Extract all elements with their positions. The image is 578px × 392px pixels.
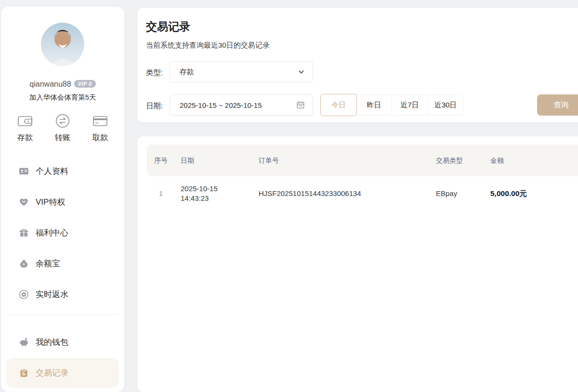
quick-action-transfer[interactable]: 转账 xyxy=(47,113,78,143)
quick-action-withdraw[interactable]: 取款 xyxy=(85,113,116,143)
sidebar-item-transaction-records[interactable]: 交易记录 xyxy=(6,358,119,388)
sidebar-item-my-wallet[interactable]: 我的钱包 xyxy=(1,327,124,357)
join-days-text: 加入华体会体育第5天 xyxy=(1,93,124,102)
profile-sidebar: qianwanu88VIP 0 加入华体会体育第5天 存款 转账 xyxy=(1,7,124,392)
table-header-no: 序号 xyxy=(154,144,168,176)
piggy-bank-icon xyxy=(19,337,29,347)
cell-date-day: 2025-10-15 xyxy=(181,184,218,193)
sidebar-item-vip[interactable]: VIP特权 xyxy=(1,186,124,217)
user-row: qianwanu88VIP 0 xyxy=(1,80,124,89)
sidebar-item-label: 我的钱包 xyxy=(36,337,68,348)
page-subtitle: 当前系统支持查询最近30日的交易记录 xyxy=(146,41,270,50)
range-today-button[interactable]: 今日 xyxy=(321,94,356,116)
transaction-record-icon xyxy=(19,368,29,378)
sidebar-divider xyxy=(8,314,118,315)
wallet-icon xyxy=(17,113,33,129)
table-header-order: 订单号 xyxy=(259,144,279,176)
quick-action-label: 取款 xyxy=(92,132,108,143)
sidebar-item-profile[interactable]: 个人资料 xyxy=(1,156,124,186)
transactions-table-card: 序号 日期 订单号 交易类型 金额 1 2025-10-15 14:43:23 … xyxy=(137,136,578,392)
avatar-image xyxy=(41,23,84,66)
sidebar-item-label: VIP特权 xyxy=(36,196,65,208)
filter-panel: 交易记录 当前系统支持查询最近30日的交易记录 类型: 存款 日期: 2025-… xyxy=(137,8,578,122)
sidebar-nav: 个人资料 VIP特权 福利中心 xyxy=(1,156,124,310)
sidebar-item-welfare[interactable]: 福利中心 xyxy=(1,217,124,248)
table-header-row xyxy=(147,144,578,176)
gift-icon xyxy=(19,228,29,238)
sidebar-item-rebate[interactable]: 实时返水 xyxy=(1,279,124,310)
date-range-input[interactable]: 2025-10-15 ~ 2025-10-15 xyxy=(170,94,313,116)
sidebar-item-label: 交易记录 xyxy=(36,367,68,379)
table-header-amount: 金额 xyxy=(490,144,504,176)
page-title: 交易记录 xyxy=(146,19,190,34)
sidebar-item-label: 实时返水 xyxy=(36,289,68,300)
chevron-down-icon xyxy=(298,68,305,76)
username: qianwanu88 xyxy=(29,80,71,88)
sidebar-item-label: 福利中心 xyxy=(36,227,68,238)
calendar-icon xyxy=(296,101,305,109)
table-header-date: 日期 xyxy=(181,144,194,176)
cell-transaction-type: EBpay xyxy=(436,189,457,197)
date-range-value: 2025-10-15 ~ 2025-10-15 xyxy=(180,101,296,109)
cell-date: 2025-10-15 14:43:23 xyxy=(181,184,218,203)
cell-order-no: HJSF202510151443233006134 xyxy=(259,189,361,197)
range-30days-button[interactable]: 近30日 xyxy=(428,95,463,115)
sidebar-item-label: 个人资料 xyxy=(36,166,68,177)
range-yesterday-button[interactable]: 昨日 xyxy=(356,95,392,115)
quick-actions: 存款 转账 取款 xyxy=(1,113,124,143)
table-header-type: 交易类型 xyxy=(436,144,463,176)
type-select[interactable]: 存款 xyxy=(170,61,313,82)
quick-action-label: 转账 xyxy=(55,132,71,143)
cell-amount: 5,000.00元 xyxy=(490,189,527,199)
vip-heart-icon xyxy=(19,197,29,207)
type-label: 类型: xyxy=(146,68,163,78)
cell-no: 1 xyxy=(154,189,168,197)
bank-card-icon xyxy=(92,113,108,129)
money-bag-icon xyxy=(19,259,29,269)
transfer-icon xyxy=(54,113,71,129)
date-quick-ranges: 今日 昨日 近7日 近30日 xyxy=(321,94,464,116)
id-card-icon xyxy=(19,166,29,176)
vip-badge: VIP 0 xyxy=(74,80,96,88)
quick-action-deposit[interactable]: 存款 xyxy=(10,113,40,143)
quick-action-label: 存款 xyxy=(17,132,33,143)
rebate-coin-icon xyxy=(19,289,29,300)
range-7days-button[interactable]: 近7日 xyxy=(392,95,428,115)
sidebar-item-yuebao[interactable]: 余额宝 xyxy=(1,248,124,279)
avatar[interactable] xyxy=(41,23,84,66)
query-button[interactable]: 查询 xyxy=(537,94,578,116)
date-label: 日期: xyxy=(146,101,163,111)
sidebar-item-label: 余额宝 xyxy=(36,258,60,269)
type-select-value: 存款 xyxy=(180,67,298,77)
cell-date-time: 14:43:23 xyxy=(181,194,209,202)
